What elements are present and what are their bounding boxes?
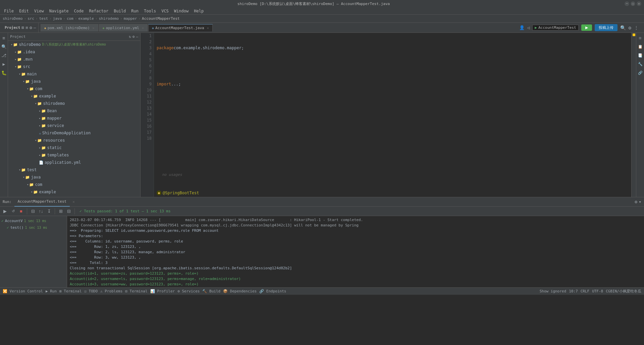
close-button[interactable]: ✕ [637, 1, 641, 6]
run-button[interactable]: ▶ [581, 24, 592, 31]
btn-sort-asc[interactable]: ↑↓ [37, 208, 45, 215]
bottom-collapse-icon[interactable]: ▾ [639, 199, 641, 204]
tree-item-src[interactable]: ▾ 📁 src [8, 63, 140, 70]
breadcrumb-com[interactable]: com [67, 16, 73, 21]
status-line-col[interactable]: 10:7 [569, 289, 578, 293]
far-right-icon-1[interactable]: ⊡ [637, 34, 644, 42]
tree-item-bean[interactable]: ▸ 📁 Bean [8, 107, 140, 115]
tree-item-example[interactable]: ▾ 📁 example [8, 92, 140, 100]
breadcrumb-test[interactable]: test [39, 16, 48, 21]
maximize-button[interactable]: □ [631, 1, 635, 6]
tree-item-shiro-app[interactable]: ☕ ShiroDemoApplication [8, 129, 140, 137]
tree-item-test[interactable]: ▾ 📁 test [8, 166, 140, 174]
tree-item-main-java[interactable]: ▾ 📁 java [8, 78, 140, 85]
right-scrollbar[interactable] [631, 33, 636, 197]
tree-item-resources[interactable]: ▾ 📁 resources [8, 137, 140, 144]
menu-file[interactable]: File [1, 8, 16, 14]
tab-pom-xml[interactable]: ◈ pom.xml (shiroDemo) ✕ [41, 24, 98, 31]
status-problems[interactable]: ⚠ Problems [100, 289, 122, 293]
menu-window[interactable]: Window [171, 8, 191, 14]
btn-collapse-all[interactable]: ⊟ [65, 208, 72, 215]
btn-rerun[interactable]: ↺ [9, 208, 17, 215]
tree-item-test-example[interactable]: ▾ 📁 example [8, 188, 140, 196]
breadcrumb-example[interactable]: example [78, 16, 94, 21]
breadcrumb-project[interactable]: shiroDemo [3, 16, 23, 21]
rtb-more-icon[interactable]: ⋮ [634, 25, 639, 30]
status-build[interactable]: 🔨 Build [202, 289, 220, 293]
tree-icon-sync[interactable]: ↻ [129, 34, 131, 39]
tree-icon-settings[interactable]: ⚙ [132, 34, 135, 39]
status-version-control[interactable]: 🔀 Version Control [3, 289, 43, 293]
toolbar-icon-1[interactable]: ⊞ [21, 25, 24, 30]
breadcrumb-src[interactable]: src [28, 16, 34, 21]
btn-run-play[interactable]: ▶ [1, 208, 9, 215]
tree-item-static[interactable]: ▸ 📁 static [8, 144, 140, 151]
tree-item-com[interactable]: ▾ 📁 com [8, 85, 140, 92]
menu-build[interactable]: Build [111, 8, 128, 14]
test-tree-item-test[interactable]: ✓ test() 1 sec 13 ms [0, 224, 67, 231]
status-profiler[interactable]: 📊 Profiler [150, 289, 175, 293]
menu-help[interactable]: Help [191, 8, 206, 14]
tree-item-service-main[interactable]: ▸ 📁 service [8, 122, 140, 129]
tab-java-close[interactable]: ✕ [207, 26, 209, 30]
console-output[interactable]: 2023-02-07 00:17:46.759 INFO 14268 --- [… [67, 216, 644, 287]
breadcrumb-shirodemo[interactable]: shirodemo [99, 16, 119, 21]
far-right-icon-3[interactable]: 📑 [637, 52, 644, 59]
menu-vcs[interactable]: VCS [159, 8, 171, 14]
upload-button[interactable]: 投稿上传 [595, 24, 618, 31]
rtb-search-icon[interactable]: 🔍 [620, 25, 626, 30]
far-right-icon-4[interactable]: 🔧 [637, 60, 644, 68]
btn-stop[interactable]: ■ [17, 208, 25, 215]
sidebar-icon-search[interactable]: 🔍 [0, 43, 8, 50]
tree-item-app-yml[interactable]: 📄 application.yml [8, 159, 140, 166]
sidebar-icon-debug[interactable]: 🐛 [0, 69, 8, 76]
bottom-settings-icon[interactable]: ⚙ [635, 199, 637, 204]
tree-item-shirodemo-pkg[interactable]: ▾ 📁 shirodemo [8, 100, 140, 107]
bottom-tab-account-mapper[interactable]: AccountMapperTest.test [14, 197, 70, 207]
rtb-back-icon[interactable]: ◁ [527, 25, 530, 30]
tree-item-mvn[interactable]: ▸ 📁 .mvn [8, 56, 140, 63]
menu-run[interactable]: Run [128, 8, 141, 14]
run-config-selector[interactable]: ▶ AccountMapperTest [532, 25, 578, 30]
status-show-ignored[interactable]: Show ignored [540, 289, 566, 293]
rtb-gear-icon[interactable]: ⚙ [629, 25, 631, 30]
toolbar-icon-4[interactable]: — [34, 25, 36, 30]
toolbar-icon-3[interactable]: ⚙ [30, 25, 32, 30]
far-right-icon-5[interactable]: 🔗 [637, 69, 644, 76]
test-tree-item-account[interactable]: ✓ AccountV 1 sec 13 ms [0, 217, 67, 224]
tree-item-shirodemo[interactable]: ▾ 📁 shiroDemo D:\系统默认\桌面\蜂客素材\shiroDemo [8, 41, 140, 48]
sidebar-icon-structure[interactable]: ≡ [0, 34, 8, 42]
menu-tools[interactable]: Tools [141, 8, 159, 14]
tree-item-test-com[interactable]: ▾ 📁 com [8, 181, 140, 188]
status-run[interactable]: ▶ Run [46, 289, 57, 293]
far-right-icon-2[interactable]: 📋 [637, 43, 644, 50]
tab-yml-close[interactable]: ✕ [142, 26, 144, 30]
breadcrumb-java[interactable]: java [53, 16, 62, 21]
tree-item-test-java[interactable]: ▾ 📁 java [8, 174, 140, 181]
tab-application-yml[interactable]: ◈ application.yml ✕ [99, 24, 148, 31]
tree-item-templates[interactable]: ▸ 📁 templates [8, 151, 140, 159]
status-todo[interactable]: ☑ TODO [84, 289, 98, 293]
status-terminal[interactable]: ⊞ Terminal [59, 289, 82, 293]
breadcrumb-mapper[interactable]: mapper [124, 16, 137, 21]
code-area[interactable]: 1 2 3 4 5 6 7 8 9 10 11 12 13 14 15 16 1… [141, 33, 631, 197]
btn-expand-all[interactable]: ⊞ [57, 208, 64, 215]
tree-item-idea[interactable]: ▸ 📁 .idea [8, 48, 140, 56]
btn-filter[interactable]: ⊟ [29, 208, 37, 215]
tree-item-main[interactable]: ▾ 📁 main [8, 70, 140, 78]
btn-sort-desc[interactable]: ↧ [45, 208, 53, 215]
status-crlf[interactable]: CRLF [581, 289, 590, 293]
status-dependencies[interactable]: 📦 Dependencies [223, 289, 257, 293]
tree-item-mapper-main[interactable]: ▸ 📁 mapper [8, 115, 140, 122]
menu-view[interactable]: View [32, 8, 47, 14]
toolbar-icon-2[interactable]: ≡ [25, 25, 28, 30]
tab-pom-close[interactable]: ✕ [93, 26, 95, 30]
tree-item-test-shirodemo[interactable]: ▾ 📁 shirodemo [8, 196, 140, 197]
menu-code[interactable]: Code [71, 8, 87, 14]
code-content[interactable]: package com.example.shirodemo.mapper; im… [154, 33, 631, 197]
menu-navigate[interactable]: Navigate [47, 8, 71, 14]
status-endpoints[interactable]: 🔗 Endpoints [259, 289, 286, 293]
minimize-button[interactable]: ─ [625, 1, 629, 6]
sidebar-icon-git[interactable]: ⎇ [0, 52, 8, 59]
tree-icon-close[interactable]: — [136, 34, 138, 39]
